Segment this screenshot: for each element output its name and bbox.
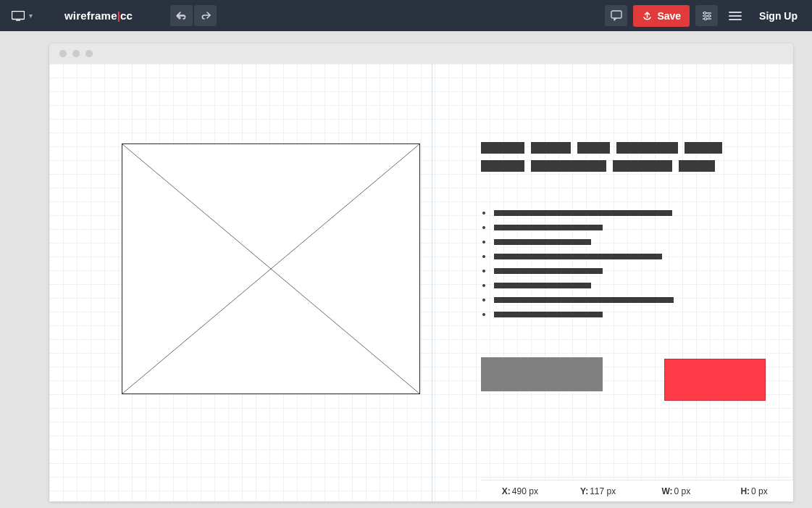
browser-frame: X:490 px Y:117 px W:0 px H:0 px [49,43,793,501]
image-placeholder[interactable] [122,143,420,394]
bullet-icon [482,212,485,215]
heading-bar [679,160,715,172]
status-h: H:0 px [715,486,793,496]
list-bar [494,254,662,259]
signup-link[interactable]: Sign Up [752,10,805,22]
traffic-light-max [85,50,93,57]
list-placeholder[interactable] [482,210,736,326]
heading-placeholder[interactable] [481,142,734,178]
status-w: W:0 px [637,486,716,496]
sliders-icon [701,10,713,22]
bullet-icon [482,226,485,229]
undo-button[interactable] [170,5,193,26]
image-cross-icon [122,144,419,394]
heading-bar [481,160,524,172]
signup-label: Sign Up [759,10,798,22]
heading-bar [685,142,722,154]
svg-rect-2 [611,11,621,18]
menu-button[interactable] [724,5,746,26]
save-button[interactable]: Save [633,5,690,27]
status-y: Y:117 px [559,486,637,496]
upload-icon [642,10,653,21]
list-bar [494,312,603,317]
bullet-icon [482,255,485,258]
toolbar-right: Save Sign Up [605,5,805,27]
browser-titlebar [49,43,793,64]
heading-bar [531,142,571,154]
logo-right: cc [120,9,133,22]
bullet-icon [482,284,485,287]
bullet-icon [482,241,485,243]
vertical-guide [432,64,432,501]
redo-icon [200,11,212,21]
app-toolbar: ▾ wireframe|cc Save Sign Up [0,0,812,31]
settings-button[interactable] [695,5,718,26]
status-bar: X:490 px Y:117 px W:0 px H:0 px [481,480,793,501]
comment-button[interactable] [605,5,627,26]
traffic-light-close [59,50,67,57]
hamburger-icon [729,11,742,21]
heading-bar [616,142,678,154]
undo-redo-group [170,5,217,26]
chevron-down-icon: ▾ [29,12,33,20]
logo-left: wireframe [64,9,117,22]
svg-point-3 [703,12,706,14]
svg-point-5 [704,17,706,20]
desktop-icon [12,11,25,21]
comment-icon [611,10,622,21]
app-logo: wireframe|cc [64,9,133,22]
svg-rect-1 [16,20,20,20]
bullet-icon [482,299,485,301]
status-x: X:490 px [481,486,559,496]
svg-point-4 [708,14,710,17]
button-gray[interactable] [481,357,603,391]
device-selector[interactable]: ▾ [7,8,37,24]
bullet-icon [482,270,485,272]
wireframe-canvas[interactable]: X:490 px Y:117 px W:0 px H:0 px [49,64,793,501]
list-bar [494,239,591,245]
list-bar [494,225,603,230]
list-bar [494,297,674,303]
heading-bar [481,142,524,154]
button-red[interactable] [664,359,766,401]
heading-bar [613,160,672,172]
svg-rect-0 [12,11,25,19]
list-bar [494,210,672,216]
list-bar [494,268,603,274]
heading-bar [531,160,606,172]
save-label: Save [657,10,681,22]
undo-icon [176,11,188,21]
bullet-icon [482,313,485,316]
traffic-light-min [72,50,80,57]
heading-bar [577,142,610,154]
redo-button[interactable] [194,5,217,26]
list-bar [494,283,591,288]
